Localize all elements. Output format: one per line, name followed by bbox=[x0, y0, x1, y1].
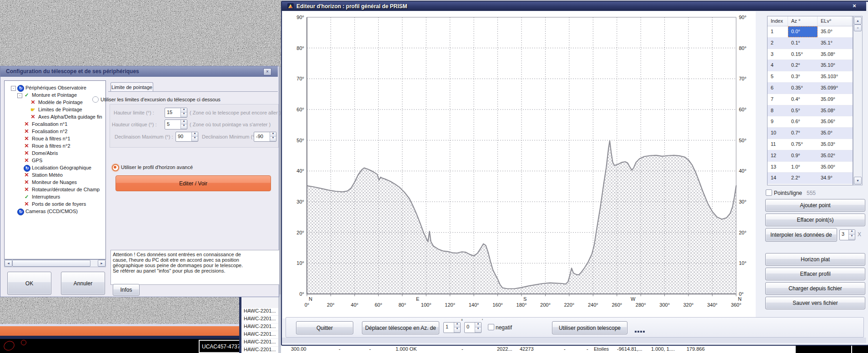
file-list-item[interactable]: HAWC-2201... bbox=[241, 323, 278, 331]
tree-item-ports-de-sortie-de-foyers[interactable]: ✕Ports de sortie de foyers bbox=[5, 201, 105, 208]
table-row[interactable]: 120.9°35.02° bbox=[768, 150, 853, 162]
radio-limites-excursion[interactable] bbox=[92, 96, 99, 103]
points-ligne-checkbox[interactable] bbox=[766, 189, 772, 196]
file-list-item[interactable]: HAWC-2201... bbox=[241, 308, 278, 316]
tree-item-focalisation-n-1[interactable]: ✕Focalisation n°1 bbox=[5, 121, 105, 128]
table-cell[interactable]: 35.00° bbox=[818, 162, 852, 173]
table-cell[interactable]: 34.9° bbox=[818, 173, 852, 184]
table-row[interactable]: 70.4°35.09° bbox=[768, 94, 853, 105]
resize-grip-icon[interactable] bbox=[635, 331, 645, 333]
points-table[interactable]: IndexAz °ELv° 10.0°35.0°20.1°35.1°30.15°… bbox=[767, 16, 853, 185]
tree-item-interrupteurs[interactable]: ✓Interrupteurs bbox=[5, 194, 105, 201]
table-cell[interactable]: 1 bbox=[768, 26, 788, 37]
hauteur-critique-field[interactable]: 5▲▼ bbox=[165, 119, 187, 129]
table-cell[interactable]: 14 bbox=[768, 173, 788, 184]
table-cell[interactable]: 35.08° bbox=[818, 49, 852, 60]
ok-button[interactable]: OK bbox=[7, 272, 51, 295]
table-cell[interactable]: 7 bbox=[768, 94, 788, 105]
table-cell[interactable]: 35.0° bbox=[818, 26, 852, 37]
tree-item-axes-alpha-delta-guidage-fin[interactable]: ✕Axes Alpha/Delta guidage fin bbox=[5, 114, 105, 121]
table-cell-selected[interactable]: 0.0° bbox=[788, 26, 818, 37]
tab-limite-de-pointage[interactable]: Limite de pointage bbox=[110, 82, 153, 92]
negatif-checkbox[interactable] bbox=[488, 324, 494, 330]
table-row[interactable]: 80.5°35.08° bbox=[768, 105, 853, 117]
tree-item-gps[interactable]: ✕GPS bbox=[5, 157, 105, 164]
table-cell[interactable]: 2 bbox=[768, 38, 788, 49]
scroll-thumb[interactable]: = bbox=[854, 25, 862, 31]
effacer-profil-button[interactable]: Effacer profil bbox=[765, 268, 865, 280]
table-row[interactable]: 60.35°35.099° bbox=[768, 83, 853, 94]
azimut-deg-spinner[interactable]: 1▲▼ bbox=[443, 322, 461, 333]
file-list-item[interactable]: HAWC-2201... bbox=[241, 331, 278, 339]
table-cell[interactable]: 35.08° bbox=[818, 105, 852, 116]
ajouter-point-button[interactable]: Ajouter point bbox=[765, 199, 865, 212]
tree-item-localisation-g-ographique[interactable]: ↻Localisation Géographique bbox=[5, 164, 105, 172]
table-cell[interactable]: 0.35° bbox=[788, 83, 818, 94]
interpoler-button[interactable]: Interpoler les données de bbox=[765, 228, 837, 242]
tree-item-dome-abris[interactable]: ✕Dome/Abris bbox=[5, 150, 105, 157]
table-row[interactable]: 50.3°35.103° bbox=[768, 71, 853, 83]
table-row[interactable]: 20.1°35.1° bbox=[768, 38, 853, 49]
sauver-fichier-button[interactable]: Sauver vers fichier bbox=[765, 297, 865, 309]
tree-hscrollbar[interactable]: ◄ ► bbox=[4, 259, 106, 267]
table-header-az[interactable]: Az ° bbox=[788, 16, 818, 26]
cancel-button[interactable]: Annuler bbox=[61, 272, 105, 295]
tree-item-roue-filtres-n-1[interactable]: ✕Roue à filtres n°1 bbox=[5, 135, 105, 143]
table-cell[interactable]: 9 bbox=[768, 116, 788, 127]
table-cell[interactable]: 1.0° bbox=[788, 162, 818, 173]
table-row[interactable]: 40.2°35.10° bbox=[768, 60, 853, 71]
horizon-chart[interactable]: 0°0°10°10°20°20°30°30°40°40°50°50°60°60°… bbox=[284, 11, 757, 318]
file-list-item[interactable]: HAWC-2201... bbox=[241, 316, 278, 323]
table-cell[interactable]: 8 bbox=[768, 105, 788, 116]
table-cell[interactable]: 35.103° bbox=[818, 71, 852, 82]
table-cell[interactable]: 0.15° bbox=[788, 49, 818, 60]
scroll-up-arrow[interactable]: ▲ bbox=[854, 17, 862, 25]
tree-item-roue-filtres-n-2[interactable]: ✕Roue à filtres n°2 bbox=[5, 143, 105, 150]
tree-item-limites-de-pointage[interactable]: ☛Limites de Pointage bbox=[5, 106, 105, 114]
table-row[interactable]: 10.0°35.0° bbox=[768, 26, 853, 38]
table-cell[interactable]: 4 bbox=[768, 60, 788, 71]
table-cell[interactable]: 6 bbox=[768, 83, 788, 94]
table-cell[interactable]: 12 bbox=[768, 150, 788, 161]
charger-fichier-button[interactable]: Charger depuis fichier bbox=[765, 282, 865, 295]
table-cell[interactable]: 35.0° bbox=[818, 128, 852, 139]
table-row[interactable]: 142.2°34.9° bbox=[768, 173, 853, 184]
close-icon[interactable]: × bbox=[849, 2, 859, 10]
tree-item-monture-et-pointage[interactable]: -✓Monture et Pointage bbox=[5, 92, 105, 99]
tree-item-focalisation-n-2[interactable]: ✕Focalisation n°2 bbox=[5, 128, 105, 135]
hauteur-limite-field[interactable]: 15▲▼ bbox=[165, 108, 187, 118]
table-cell[interactable]: 0.2° bbox=[788, 60, 818, 71]
table-cell[interactable]: 11 bbox=[768, 139, 788, 150]
effacer-points-button[interactable]: Effacer point(s) bbox=[765, 214, 865, 226]
table-cell[interactable]: 0.75° bbox=[788, 139, 818, 150]
table-row[interactable]: 30.15°35.08° bbox=[768, 49, 853, 60]
table-row[interactable]: 100.7°35.0° bbox=[768, 128, 853, 139]
close-icon[interactable]: × bbox=[263, 68, 271, 75]
tree-item-moniteur-de-nuages[interactable]: ✕Moniteur de Nuages bbox=[5, 179, 105, 186]
table-cell[interactable]: 2.2° bbox=[788, 173, 818, 184]
tree-expander-icon[interactable]: - bbox=[17, 93, 22, 98]
table-scrollbar[interactable]: ▲ = ▼ bbox=[853, 16, 863, 185]
table-header-index[interactable]: Index bbox=[768, 16, 788, 26]
interpoler-spinner[interactable]: 3▲▼ bbox=[839, 229, 855, 240]
tree-item-station-m-t-o[interactable]: ✕Station Météo bbox=[5, 172, 105, 179]
table-cell[interactable]: 35.02° bbox=[818, 150, 852, 161]
horizon-plat-button[interactable]: Horizon plat bbox=[765, 253, 865, 266]
table-cell[interactable]: 35.06° bbox=[818, 116, 852, 127]
radio-profil-horizon[interactable] bbox=[112, 164, 119, 171]
utiliser-position-button[interactable]: Utiliser position telescope bbox=[552, 321, 627, 334]
table-row[interactable]: 90.6°35.06° bbox=[768, 116, 853, 128]
table-cell[interactable]: 35.1° bbox=[818, 38, 852, 49]
editer-voir-button[interactable]: Editer / Voir bbox=[115, 175, 271, 191]
table-cell[interactable]: 0.9° bbox=[788, 150, 818, 161]
table-cell[interactable]: 3 bbox=[768, 49, 788, 60]
table-cell[interactable]: 0.3° bbox=[788, 71, 818, 82]
tree-item-mod-le-de-pointage[interactable]: ✕Modèle de Pointage bbox=[5, 99, 105, 106]
table-cell[interactable]: 0.5° bbox=[788, 105, 818, 116]
config-titlebar[interactable]: Configuration du télescope et de ses pér… bbox=[0, 66, 278, 77]
table-cell[interactable]: 0.4° bbox=[788, 94, 818, 105]
quitter-button[interactable]: Quitter bbox=[296, 321, 353, 334]
infos-button[interactable]: Infos bbox=[113, 284, 140, 296]
file-list-item[interactable]: HAWC-2201... bbox=[241, 347, 278, 353]
decl-max-field[interactable]: 90▲▼ bbox=[176, 132, 198, 142]
